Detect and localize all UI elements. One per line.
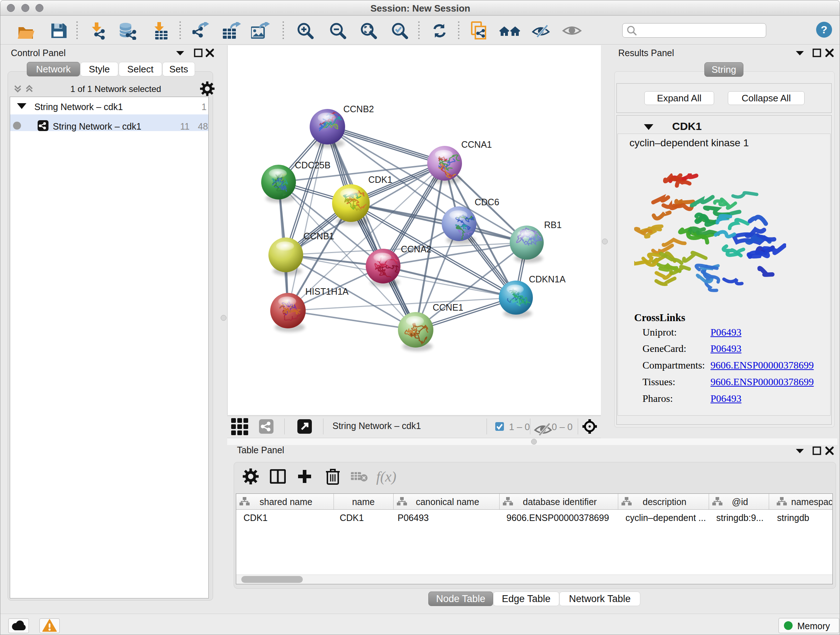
svg-text:CDKN1A: CDKN1A [529, 274, 566, 284]
svg-text:CCNA1: CCNA1 [461, 139, 492, 149]
svg-text:HIST1H1A: HIST1H1A [305, 287, 349, 296]
svg-text:CCNB2: CCNB2 [343, 104, 374, 114]
svg-text:CCNE1: CCNE1 [433, 302, 463, 312]
svg-text:RB1: RB1 [544, 220, 562, 230]
svg-text:?: ? [821, 24, 827, 35]
svg-text:CCNB1: CCNB1 [303, 231, 334, 241]
svg-text:CDK1: CDK1 [368, 174, 393, 185]
svg-text:CDC25B: CDC25B [295, 160, 331, 170]
svg-text:CCNA2: CCNA2 [401, 244, 431, 254]
svg-text:CDC6: CDC6 [475, 197, 499, 207]
